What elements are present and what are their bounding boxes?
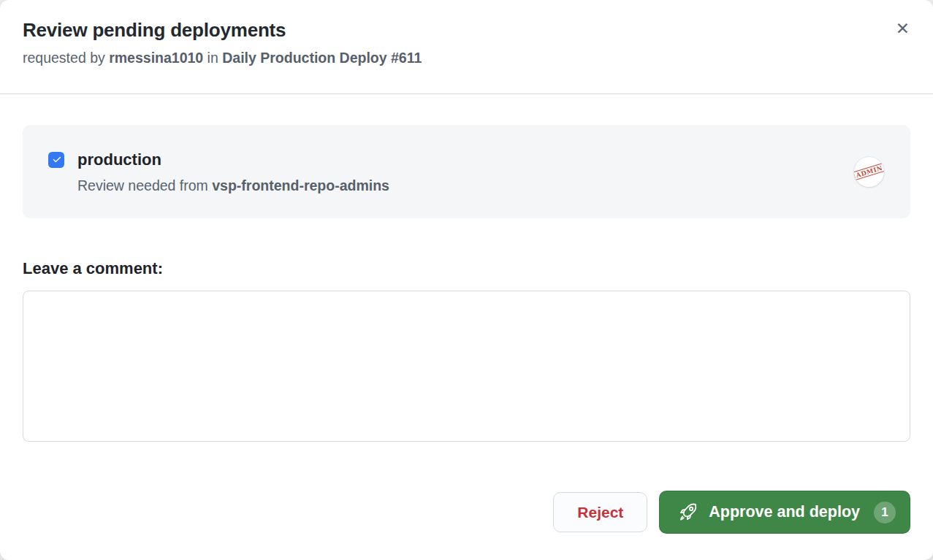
reject-button[interactable]: Reject [553, 492, 647, 532]
reviewer-avatar: ADMIN [854, 157, 884, 187]
modal-subtitle: requested by rmessina1010 in Daily Produ… [23, 50, 910, 66]
modal-header: Review pending deployments requested by … [0, 0, 933, 94]
environment-card: production Review needed from vsp-fronte… [23, 125, 910, 218]
modal-body: production Review needed from vsp-fronte… [0, 125, 933, 534]
modal-title: Review pending deployments [23, 19, 910, 42]
environment-checkbox[interactable] [48, 152, 64, 168]
modal-footer: Reject Approve and deploy 1 [23, 491, 910, 534]
review-deployments-modal: Review pending deployments requested by … [0, 0, 933, 560]
review-prefix: Review needed from [77, 177, 212, 193]
comment-label: Leave a comment: [23, 259, 910, 278]
comment-textarea[interactable] [23, 291, 910, 442]
subtitle-middle: in [203, 50, 222, 66]
review-team-name: vsp-frontend-repo-admins [212, 177, 389, 193]
deploy-count-badge: 1 [874, 502, 896, 523]
approve-and-deploy-button[interactable]: Approve and deploy 1 [659, 491, 910, 534]
checkmark-icon [51, 154, 62, 165]
review-needed-text: Review needed from vsp-frontend-repo-adm… [77, 177, 389, 194]
environment-text: production Review needed from vsp-fronte… [77, 150, 389, 194]
close-icon: ✕ [896, 19, 910, 38]
admin-stamp: ADMIN [854, 163, 884, 180]
environment-name: production [77, 150, 389, 170]
close-button[interactable]: ✕ [891, 16, 914, 42]
environment-row: production Review needed from vsp-fronte… [48, 150, 389, 194]
subtitle-prefix: requested by [23, 50, 109, 66]
rocket-icon [678, 502, 698, 522]
workflow-run-name: Daily Production Deploy #611 [222, 50, 422, 66]
requester-name: rmessina1010 [109, 50, 203, 66]
approve-label: Approve and deploy [709, 503, 860, 521]
